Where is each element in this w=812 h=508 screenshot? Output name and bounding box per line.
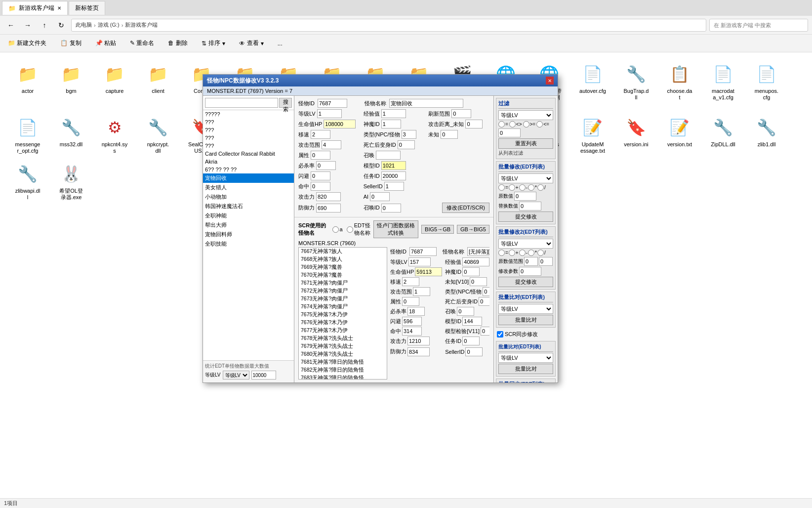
file-version-ini[interactable]: 🔖version.ini	[616, 114, 656, 156]
monster-item[interactable]: 小动物加	[203, 192, 294, 202]
radio-edt[interactable]	[347, 226, 353, 233]
forward-btn[interactable]: →	[21, 18, 35, 32]
monster-item[interactable]: 韩国神迷魔法石	[203, 202, 294, 211]
filter-dropdown[interactable]: 等级LV	[498, 110, 553, 120]
search-input[interactable]	[709, 19, 808, 32]
file-menupos[interactable]: 📄menupos.cfg	[747, 60, 786, 110]
scr-atk-power-input[interactable]	[407, 337, 430, 345]
batch-eq[interactable]	[498, 184, 505, 191]
convert-btn[interactable]: 怪卢门图数据格式转换	[373, 220, 418, 238]
batch-add[interactable]	[509, 184, 515, 191]
monster-item[interactable]: 美女猎人	[203, 183, 294, 192]
monster-item[interactable]: Card Collector Rascal Rabbit	[203, 150, 294, 158]
monster-item[interactable]: 全职技能	[203, 239, 294, 249]
monster-search-input[interactable]	[205, 98, 278, 108]
file-updatemessage[interactable]: 📝UpdateMessage.txt	[573, 114, 612, 156]
file-xiwang[interactable]: 🐰希望OL登录器.exe	[51, 160, 91, 203]
folder-actor[interactable]: 📁actor	[8, 60, 47, 110]
file-autover[interactable]: 📄autover.cfg	[573, 60, 612, 110]
batch2-eq[interactable]	[498, 250, 505, 256]
confirm-id-input[interactable]	[381, 204, 401, 212]
hp-input[interactable]	[324, 120, 356, 128]
stats-level-select[interactable]: 等级LV	[223, 371, 249, 380]
tab-new[interactable]: 新标签页	[69, 1, 105, 15]
batch-compare-dropdown[interactable]: 等级LV	[498, 304, 553, 314]
scr-list-item[interactable]: 7670无神落?魔兽	[299, 271, 387, 279]
scr-defense-input[interactable]	[407, 347, 430, 356]
attack-range-input[interactable]	[322, 140, 341, 149]
batch2-sub[interactable]	[519, 250, 526, 256]
batch-compare-edt-dropdown[interactable]: 等级LV	[498, 353, 553, 363]
rename-btn[interactable]: ✎ 重命名	[126, 37, 158, 49]
monster-list[interactable]: ????? ??? ??? ??? ??? Card Collector Ras…	[203, 110, 294, 360]
task-id-input[interactable]	[381, 171, 406, 180]
scr-list-item[interactable]: 7682无神落?障日的陆角怪	[299, 366, 387, 374]
file-zipdll[interactable]: 🔧ZipDLL.dll	[703, 114, 743, 156]
batch-modify-dropdown[interactable]: 等级LV	[498, 173, 553, 183]
scr-move-input[interactable]	[402, 277, 419, 286]
attack-power-input[interactable]	[316, 192, 341, 201]
tab-close-btn[interactable]: ✕	[57, 5, 61, 11]
scr-lv-input[interactable]	[408, 257, 431, 266]
scr-list-item[interactable]: 7681无神落?障日的陆角怪	[299, 358, 387, 366]
monster-item[interactable]: 全职神能	[203, 211, 294, 220]
ai-input[interactable]	[370, 192, 390, 201]
file-zlib1[interactable]: 🔧zlib1.dll	[747, 114, 786, 156]
file-version-txt[interactable]: 📝version.txt	[660, 114, 699, 156]
monster-item[interactable]: ???	[203, 134, 294, 142]
type-input[interactable]	[402, 130, 416, 139]
monster-item[interactable]: ???	[203, 126, 294, 134]
filter-neq[interactable]	[509, 121, 516, 127]
scr-hp-input[interactable]	[415, 267, 442, 276]
reset-list-btn[interactable]: 重置列表	[498, 138, 553, 149]
replace-value-input[interactable]	[519, 202, 541, 211]
batch2-mul[interactable]	[528, 250, 534, 256]
file-macrodata[interactable]: 📄macrodata_v1.cfg	[703, 60, 743, 110]
scr-list-item[interactable]: 7669无神落?魔兽	[299, 263, 387, 271]
address-box[interactable]: 此电脑 › 游戏 (G:) › 新游戏客户端	[71, 19, 706, 32]
refresh-btn[interactable]: ↻	[54, 18, 68, 32]
scr-flash-input[interactable]	[402, 317, 422, 326]
scr-sync-checkbox[interactable]	[497, 331, 503, 338]
filter-eq[interactable]	[498, 121, 505, 127]
batch-compare-edt-btn[interactable]: 批量比对	[498, 364, 553, 374]
copy-btn[interactable]: 📋 复制	[56, 37, 85, 49]
scr-seller-input[interactable]	[465, 347, 483, 356]
scr-hit-input[interactable]	[402, 327, 422, 336]
scr-list-item[interactable]: 7674无神落?肉僵尸	[299, 303, 387, 311]
batch2-params-input[interactable]	[519, 267, 541, 276]
file-messenger[interactable]: 📄messenger_opt.cfg	[8, 114, 47, 156]
search-btn[interactable]: 搜索	[279, 98, 292, 108]
scr-list-item[interactable]: 7676无神落?木乃伊	[299, 319, 387, 327]
batch2-dropdown[interactable]: 等级LV	[498, 239, 553, 249]
scr-list-item[interactable]: 7683无神落?障日的陆角怪	[299, 374, 387, 380]
kill-rate-input[interactable]	[316, 161, 336, 170]
scr-summon2-input[interactable]	[457, 307, 474, 316]
modify-edt-btn[interactable]: 修改(EDT/SCR)	[442, 203, 489, 213]
scr-death-input[interactable]	[479, 297, 489, 306]
batch-div[interactable]	[537, 184, 544, 191]
scr-monster-list[interactable]: 7667无神落?族人 7668无神落?族人 7669无神落?魔兽 7670无神落…	[298, 247, 387, 380]
radio-a[interactable]	[332, 226, 339, 233]
scr-monster-name-input[interactable]	[467, 247, 489, 256]
unknown1-input[interactable]	[441, 130, 458, 139]
batch2-add[interactable]	[509, 250, 515, 256]
file-bugtrap[interactable]: 🔧BugTrap.dll	[616, 60, 656, 110]
scr-atk-range-input[interactable]	[413, 287, 430, 296]
up-btn[interactable]: ↑	[38, 18, 51, 32]
scr-model-id-input[interactable]	[462, 317, 482, 326]
batch-compare-btn[interactable]: 批量比对	[498, 315, 553, 325]
tab-active[interactable]: 📁 新游戏客户端 ✕	[2, 1, 68, 15]
paste-btn[interactable]: 📌 粘贴	[91, 37, 120, 49]
scr-list-item[interactable]: 7675无神落?木乃伊	[299, 311, 387, 319]
scr-list-item[interactable]: 7672无神落?肉僵尸	[299, 287, 387, 295]
scr-model-v11-input[interactable]	[481, 327, 489, 336]
monster-item[interactable]: ?????	[203, 110, 294, 118]
lv-input[interactable]	[317, 109, 342, 118]
scr-list-item[interactable]: 7668无神落?族人	[299, 255, 387, 263]
attr-input[interactable]	[311, 151, 330, 160]
scr-list-item[interactable]: 7671无神落?肉僵尸	[299, 279, 387, 287]
filter-value-input[interactable]	[498, 128, 521, 137]
scr-kill-rate-input[interactable]	[407, 307, 425, 316]
exp-input[interactable]	[381, 109, 406, 118]
